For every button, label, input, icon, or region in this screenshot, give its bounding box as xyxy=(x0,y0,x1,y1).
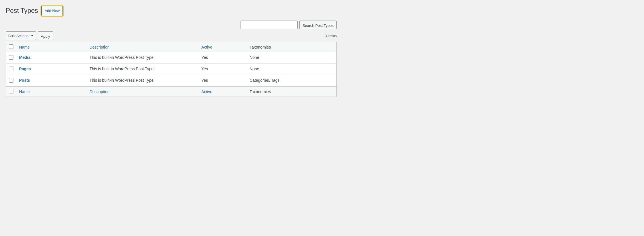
column-footer-description[interactable]: Description xyxy=(87,87,199,97)
actions-bar: Bulk Actions Delete Apply 3 items xyxy=(6,31,337,40)
select-all-checkbox[interactable] xyxy=(9,44,13,49)
row-taxonomies-cell: None xyxy=(247,52,337,64)
column-header-description[interactable]: Description xyxy=(87,42,199,52)
column-header-name[interactable]: Name xyxy=(16,42,87,52)
row-name-cell: Posts xyxy=(16,75,87,87)
row-checkbox-cell[interactable] xyxy=(6,52,17,64)
row-checkbox-1[interactable] xyxy=(9,67,13,71)
table-header-row: Name Description Active Taxonomies xyxy=(6,42,337,52)
row-description-cell: This is built-in WordPress Post Type. xyxy=(87,64,199,75)
row-checkbox-cell[interactable] xyxy=(6,75,17,87)
top-bar: Search Post Types xyxy=(6,21,337,29)
bulk-actions-left: Bulk Actions Delete Apply xyxy=(6,31,53,40)
select-all-checkbox-footer[interactable] xyxy=(9,89,13,93)
row-name-link-2[interactable]: Posts xyxy=(19,78,30,83)
column-header-taxonomies: Taxonomies xyxy=(247,42,337,52)
column-footer-active[interactable]: Active xyxy=(199,87,247,97)
column-header-active[interactable]: Active xyxy=(199,42,247,52)
row-checkbox-0[interactable] xyxy=(9,55,13,60)
row-name-cell: Media xyxy=(16,52,87,64)
row-taxonomies-cell: Categories, Tags xyxy=(247,75,337,87)
row-description-cell: This is built-in WordPress Post Type. xyxy=(87,52,199,64)
table-row: Pages This is built-in WordPress Post Ty… xyxy=(6,64,337,75)
items-count: 3 items xyxy=(325,34,337,38)
apply-button[interactable]: Apply xyxy=(38,31,53,40)
row-name-link-0[interactable]: Media xyxy=(19,55,31,60)
page-title: Post Types xyxy=(6,7,38,15)
column-footer-taxonomies: Taxonomies xyxy=(247,87,337,97)
search-post-types-button[interactable]: Search Post Types xyxy=(299,21,337,29)
row-name-link-1[interactable]: Pages xyxy=(19,67,31,71)
add-new-button[interactable]: Add New xyxy=(41,6,63,16)
bulk-actions-select[interactable]: Bulk Actions Delete xyxy=(6,31,36,40)
row-active-cell: Yes xyxy=(199,75,247,87)
select-all-checkbox-header[interactable] xyxy=(6,42,17,52)
search-input[interactable] xyxy=(241,21,298,29)
row-checkbox-2[interactable] xyxy=(9,78,13,83)
search-box: Search Post Types xyxy=(241,21,337,29)
post-types-table: Name Description Active Taxonomies Media… xyxy=(6,42,337,97)
select-all-checkbox-footer-header[interactable] xyxy=(6,87,17,97)
row-checkbox-cell[interactable] xyxy=(6,64,17,75)
table-footer-row: Name Description Active Taxonomies xyxy=(6,87,337,97)
table-row: Media This is built-in WordPress Post Ty… xyxy=(6,52,337,64)
column-footer-name[interactable]: Name xyxy=(16,87,87,97)
row-taxonomies-cell: None xyxy=(247,64,337,75)
row-name-cell: Pages xyxy=(16,64,87,75)
row-active-cell: Yes xyxy=(199,52,247,64)
table-row: Posts This is built-in WordPress Post Ty… xyxy=(6,75,337,87)
row-description-cell: This is built-in WordPress Post Type. xyxy=(87,75,199,87)
row-active-cell: Yes xyxy=(199,64,247,75)
